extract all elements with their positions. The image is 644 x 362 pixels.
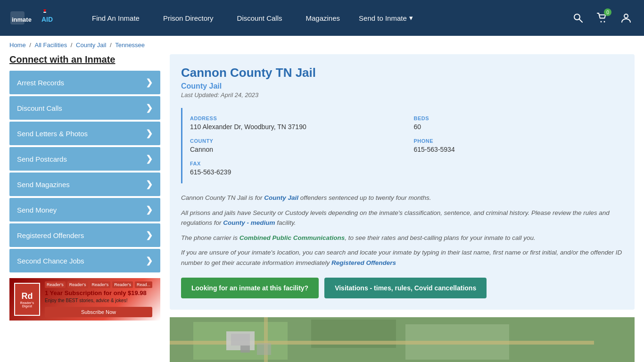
phone-field: PHONE 615-563-5934 <box>414 138 624 153</box>
breadcrumb-home[interactable]: Home <box>9 41 26 49</box>
sidebar-menu: Arrest Records ❯ Discount Calls ❯ Send L… <box>9 71 160 272</box>
svg-point-8 <box>604 21 605 23</box>
find-inmate-button[interactable]: Looking for an inmate at this facility? <box>181 278 319 298</box>
nav-send-to-inmate[interactable]: Send to Inmate ▾ <box>352 0 420 36</box>
cart-icon[interactable]: 0 <box>594 9 611 26</box>
sidebar-item-second-chance-jobs[interactable]: Second Chance Jobs ❯ <box>9 249 160 272</box>
facility-card: Cannon County TN Jail County Jail Last U… <box>170 54 635 310</box>
svg-point-7 <box>601 21 602 23</box>
nav-discount-calls[interactable]: Discount Calls <box>225 0 294 36</box>
main-nav: inmate AID Find An Inmate Prison Directo… <box>0 0 644 36</box>
arrow-icon: ❯ <box>146 154 153 164</box>
sidebar-item-send-money[interactable]: Send Money ❯ <box>9 198 160 222</box>
facility-updated: Last Updated: April 24, 2023 <box>181 91 623 99</box>
breadcrumb-state[interactable]: Tennessee <box>115 41 145 49</box>
svg-point-9 <box>624 14 628 18</box>
svg-rect-19 <box>257 343 271 355</box>
arrow-icon: ❯ <box>146 205 153 215</box>
breadcrumb-all-facilities[interactable]: All Facilities <box>35 41 67 49</box>
phone-carrier-link[interactable]: Combined Public Communications <box>239 234 345 241</box>
facility-desc-1: Cannon County TN Jail is for County Jail… <box>181 193 623 203</box>
content-area: Cannon County TN Jail County Jail Last U… <box>170 54 635 362</box>
facility-name: Cannon County TN Jail <box>181 66 623 80</box>
svg-rect-17 <box>231 334 250 346</box>
arrow-icon: ❯ <box>146 179 153 189</box>
main-container: Connect with an Inmate Arrest Records ❯ … <box>0 54 644 362</box>
sidebar-item-send-letters[interactable]: Send Letters & Photos ❯ <box>9 122 160 145</box>
nav-links: Find An Inmate Prison Directory Discount… <box>80 0 570 36</box>
svg-point-5 <box>574 14 580 20</box>
nav-magazines[interactable]: Magazines <box>294 0 352 36</box>
ad-subscribe-button[interactable]: Subscribe Now <box>45 307 152 317</box>
arrow-icon: ❯ <box>146 255 153 266</box>
facility-map <box>170 317 635 362</box>
user-icon[interactable] <box>618 9 635 26</box>
cta-buttons: Looking for an inmate at this facility? … <box>181 278 623 298</box>
svg-rect-15 <box>264 317 268 362</box>
arrow-icon: ❯ <box>146 77 153 88</box>
nav-prison-directory[interactable]: Prison Directory <box>151 0 225 36</box>
registered-offenders-link[interactable]: Registered Offenders <box>331 259 396 266</box>
sidebar-item-discount-calls[interactable]: Discount Calls ❯ <box>9 96 160 120</box>
sidebar-ad: Rd Reader's Digest Reader's Reader's Rea… <box>9 278 160 321</box>
facility-desc-3: The phone carrier is Combined Public Com… <box>181 233 623 243</box>
breadcrumb: Home / All Facilities / County Jail / Te… <box>0 36 644 54</box>
nav-icons: 0 <box>570 9 635 26</box>
svg-rect-18 <box>240 346 250 353</box>
sidebar-title: Connect with an Inmate <box>9 54 160 65</box>
county-medium-link[interactable]: County - medium <box>223 219 275 226</box>
arrow-icon: ❯ <box>146 103 153 113</box>
logo[interactable]: inmate AID <box>9 8 66 28</box>
facility-type: County Jail <box>181 82 623 90</box>
facility-desc-4: If you are unsure of your inmate's locat… <box>181 247 623 268</box>
search-icon[interactable] <box>570 9 586 26</box>
arrow-icon: ❯ <box>146 128 153 139</box>
readers-digest-logo: Rd Reader's Digest <box>14 283 40 316</box>
address-field: ADDRESS 110 Alexander Dr, Woodbury, TN 3… <box>190 115 400 131</box>
breadcrumb-county-jail[interactable]: County Jail <box>76 41 106 49</box>
info-grid: ADDRESS 110 Alexander Dr, Woodbury, TN 3… <box>181 108 623 183</box>
sidebar-item-send-postcards[interactable]: Send Postcards ❯ <box>9 147 160 171</box>
arrow-icon: ❯ <box>146 230 153 240</box>
map-image <box>170 317 635 362</box>
nav-find-inmate[interactable]: Find An Inmate <box>80 0 151 36</box>
sidebar-item-registered-offenders[interactable]: Registered Offenders ❯ <box>9 223 160 247</box>
svg-text:inmate: inmate <box>12 16 32 23</box>
visitations-button[interactable]: Visitations - times, rules, Covid cancel… <box>324 278 487 298</box>
county-field: COUNTY Cannon <box>190 138 400 153</box>
fax-field: FAX 615-563-6239 <box>190 161 400 176</box>
sidebar-item-arrest-records[interactable]: Arrest Records ❯ <box>9 71 160 94</box>
svg-text:AID: AID <box>41 16 53 23</box>
facility-desc-2: All prisons and jails have Security or C… <box>181 208 623 228</box>
cart-badge: 0 <box>604 8 611 16</box>
svg-line-6 <box>579 19 582 22</box>
sidebar: Connect with an Inmate Arrest Records ❯ … <box>9 54 160 362</box>
beds-field: BEDS 60 <box>414 115 624 131</box>
sidebar-item-send-magazines[interactable]: Send Magazines ❯ <box>9 173 160 196</box>
county-jail-link[interactable]: County Jail <box>264 194 298 201</box>
svg-rect-4 <box>43 12 46 13</box>
